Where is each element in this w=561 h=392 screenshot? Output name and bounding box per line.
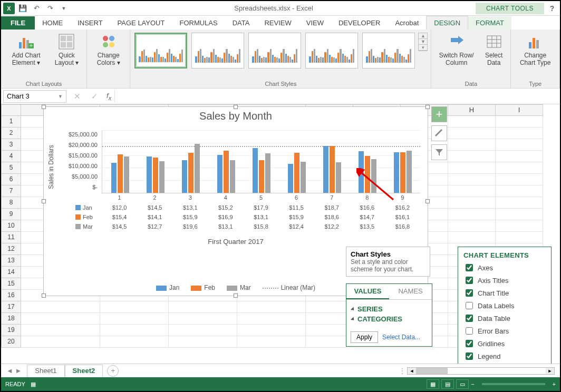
bar-Mar-5[interactable] [265,153,270,193]
hscrollbar[interactable]: ◄► [407,367,555,375]
element-data-table[interactable]: Data Table [463,312,546,325]
row-1[interactable]: 1 [1,116,21,128]
bar-Feb-8[interactable] [365,156,370,193]
zoom-slider[interactable] [482,383,545,385]
quick-layout-button[interactable]: Quick Layout ▾ [50,32,83,68]
select-data-button[interactable]: Select Data [480,32,507,68]
col-H[interactable]: H [448,104,496,116]
row-11[interactable]: 11 [1,232,21,243]
cancel-icon[interactable]: ✕ [69,92,86,101]
fx-icon[interactable]: fx [103,92,114,101]
enter-icon[interactable]: ✓ [86,92,103,101]
element-axes[interactable]: Axes [463,261,546,274]
bar-Mar-7[interactable] [336,162,341,193]
bar-Mar-6[interactable] [301,162,306,193]
undo-icon[interactable]: ↶ [31,3,42,14]
sheet-tab-sheet2[interactable]: Sheet2 [65,365,103,377]
tab-file[interactable]: FILE [1,16,35,30]
view-layout-icon[interactable]: ▤ [441,379,454,389]
row-17[interactable]: 17 [1,301,21,313]
zoom-in-icon[interactable]: + [553,381,556,387]
row-15[interactable]: 15 [1,278,21,290]
element-gridlines[interactable]: Gridlines [463,337,546,350]
x-axis-title[interactable]: First Quarter 2017 [44,238,428,246]
element-data-labels[interactable]: Data Labels [463,299,546,312]
change-chart-type-button[interactable]: Change Chart Type [514,32,556,68]
chart-style-4[interactable] [305,33,358,68]
tab-data[interactable]: DATA [225,16,257,30]
view-pagebreak-icon[interactable]: ▭ [456,379,469,389]
add-chart-element-button[interactable]: + Add Chart Element ▾ [4,32,48,68]
select-data-link[interactable]: Select Data... [382,334,420,341]
y-axis-title[interactable]: Sales in Dollars [47,133,55,201]
save-icon[interactable]: 💾 [17,3,28,14]
tab-home[interactable]: HOME [35,16,70,30]
tab-acrobat[interactable]: Acrobat [388,16,426,30]
tab-developer[interactable]: DEVELOPER [331,16,388,30]
row-20[interactable]: 20 [1,336,21,348]
macro-record-icon[interactable]: ▦ [31,381,36,388]
tab-formulas[interactable]: FORMULAS [172,16,225,30]
row-8[interactable]: 8 [1,197,21,209]
row-16[interactable]: 16 [1,290,21,301]
row-4[interactable]: 4 [1,151,21,162]
chart-style-1[interactable] [134,33,187,68]
bar-Mar-4[interactable] [230,160,235,193]
bar-Jan-5[interactable] [253,148,258,193]
plot-area[interactable] [102,130,420,193]
row-10[interactable]: 10 [1,220,21,232]
view-normal-icon[interactable]: ▦ [427,379,439,389]
bar-Mar-2[interactable] [159,161,165,193]
switch-row-column-button[interactable]: Switch Row/ Column [434,32,478,68]
row-9[interactable]: 9 [1,209,21,220]
chart-elements-button[interactable]: + [431,106,447,122]
worksheet[interactable]: ABCDEFGHI 123456789101112131415161718192… [1,104,560,359]
bar-Jan-9[interactable] [394,152,399,193]
row-3[interactable]: 3 [1,139,21,151]
bar-Feb-3[interactable] [188,153,194,193]
tab-review[interactable]: REVIEW [257,16,298,30]
redo-icon[interactable]: ↷ [44,3,56,14]
chart-style-5[interactable] [362,33,415,68]
formula-bar[interactable] [114,90,560,103]
element-chart-title[interactable]: Chart Title [463,287,546,299]
row-5[interactable]: 5 [1,162,21,174]
row-6[interactable]: 6 [1,174,21,185]
row-12[interactable]: 12 [1,243,21,255]
bar-Jan-7[interactable] [323,146,328,193]
col-I[interactable]: I [496,104,543,116]
row-19[interactable]: 19 [1,325,21,336]
bar-Mar-3[interactable] [195,144,200,193]
help-icon[interactable]: ? [544,4,560,13]
filter-categories[interactable]: CATEGORIES [352,314,427,324]
chart-filters-button[interactable] [431,144,447,160]
bar-Feb-1[interactable] [118,154,123,193]
qat-more-icon[interactable]: ▼ [58,3,70,14]
bar-Jan-2[interactable] [147,156,152,193]
chart-styles-button[interactable] [431,125,447,141]
filter-series[interactable]: SERIES [352,304,427,314]
tab-page-layout[interactable]: PAGE LAYOUT [110,16,172,30]
chart-title[interactable]: Sales by Month [44,107,428,123]
bar-Jan-1[interactable] [111,163,117,193]
bar-Mar-9[interactable] [407,151,412,193]
bar-Mar-1[interactable] [124,156,129,193]
chart-elements-panel[interactable]: CHART ELEMENTS Axes Axis Titles Chart Ti… [458,247,552,380]
zoom-out-icon[interactable]: − [471,381,474,387]
sheet-nav[interactable]: ◄ ► [1,367,27,375]
bar-Feb-7[interactable] [330,146,335,193]
bar-Feb-5[interactable] [259,160,264,193]
row-7[interactable]: 7 [1,185,21,197]
element-error-bars[interactable]: Error Bars [463,325,546,337]
filter-tab-values[interactable]: VALUES [346,284,389,299]
bar-Feb-2[interactable] [153,158,158,193]
row-14[interactable]: 14 [1,267,21,278]
change-colors-button[interactable]: Change Colors ▾ [90,32,127,68]
sheet-tab-sheet1[interactable]: Sheet1 [27,365,64,377]
bar-Jan-3[interactable] [182,160,187,193]
element-axis-titles[interactable]: Axis Titles [463,274,546,287]
row-2[interactable]: 2 [1,128,21,139]
row-18[interactable]: 18 [1,313,21,325]
style-gallery-nav[interactable]: ▲▼▾ [418,33,428,51]
add-sheet-button[interactable]: + [107,365,119,377]
